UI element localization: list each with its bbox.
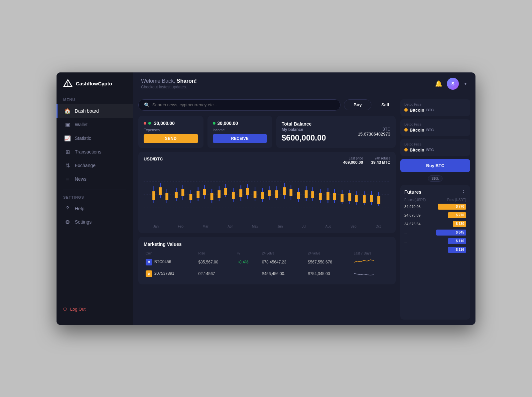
marketing-title: Marketing Values (144, 242, 390, 247)
sidebar-item-wallet[interactable]: ▣ Wallet (57, 118, 133, 132)
svg-rect-25 (246, 188, 249, 195)
svg-rect-69 (377, 196, 380, 204)
content-area: 🔍 Buy Sell 30,00 (133, 94, 475, 325)
logo-text: CashflowCypto (76, 81, 112, 86)
income-label: Income (213, 128, 267, 132)
detoc-value-2: Bitcoin BTC (404, 128, 466, 133)
futures-bar-wrap-5: $ 116 (436, 247, 466, 253)
sidebar-item-settings[interactable]: ⚙ Settings (57, 215, 133, 229)
svg-rect-29 (268, 190, 271, 196)
receive-button[interactable]: RECEIVE (213, 134, 267, 143)
svg-rect-61 (319, 193, 322, 200)
svg-point-2 (67, 85, 68, 86)
search-input[interactable] (152, 102, 335, 107)
sidebar-item-help-label: Help (75, 206, 84, 211)
chart-refuse: 24h refuse 39,43 BTC (371, 156, 390, 165)
send-button[interactable]: SEND (144, 134, 198, 143)
greeting-name: Sharon! (177, 78, 197, 84)
sparkline-cell-0 (352, 256, 390, 268)
income-indicator (213, 122, 215, 125)
pct-cell-0: +8.4% (235, 256, 260, 268)
futures-row: ... $ 116 (404, 238, 466, 244)
notification-icon[interactable]: 🔔 (435, 80, 442, 87)
sidebar-item-statistic[interactable]: 📈 Statistic (57, 132, 133, 145)
month-aug: Aug (326, 225, 332, 228)
topbar-left: Welome Back, Sharon! Checkout lastest up… (141, 78, 197, 89)
futures-row: ... $ 845 (404, 230, 466, 236)
sidebar-item-dashboard[interactable]: 🏠 Dash board (57, 104, 133, 118)
search-bar[interactable]: 🔍 (138, 99, 340, 111)
sidebar-item-dashboard-label: Dash board (75, 108, 99, 114)
statistic-icon: 📈 (64, 135, 71, 142)
svg-rect-11 (175, 192, 178, 198)
chevron-down-icon[interactable]: ▼ (464, 81, 467, 86)
table-row: BBTC0456 $35,567.00 +8.4% 078,45647.23 $… (144, 256, 390, 268)
sidebar: CashflowCypto Menu 🏠 Dash board ▣ Wallet… (57, 72, 133, 325)
sidebar-item-news-label: News (75, 176, 86, 182)
svg-rect-31 (283, 187, 286, 195)
sidebar-item-transactions[interactable]: ⊞ Transactions (57, 145, 133, 159)
income-dot (148, 122, 151, 125)
search-row: 🔍 Buy Sell (138, 99, 396, 112)
sidebar-item-exchange[interactable]: ⇅ Exchange (57, 159, 133, 172)
logo-icon (63, 79, 72, 88)
bitcoin-name-1: Bitcoin (410, 108, 424, 113)
futures-price-5: ... (404, 248, 407, 252)
sidebar-item-news[interactable]: ≡ News (57, 172, 133, 186)
bitcoin-ticker-3: BTC (426, 148, 434, 152)
balance-left: Total Balance My balance $600,000.00 (282, 121, 326, 143)
coin-cell-1: D207537891 (144, 268, 196, 280)
sidebar-logo: CashflowCypto (57, 79, 133, 96)
expenses-label: Expenses (144, 128, 198, 132)
futures-bar-0: $ 770 (438, 204, 466, 210)
detoc-card-1: Detoc Price Bitcoin BTC (400, 99, 470, 116)
settings-icon: ⚙ (64, 219, 71, 225)
detoc-label-3: Detoc Price (404, 143, 466, 146)
income-header: 30,000.00 (213, 121, 267, 126)
buy-btc-button[interactable]: Buy BTC (400, 159, 470, 172)
chart-last-price: Last price 469,000.00 (343, 156, 363, 165)
futures-menu-button[interactable]: ⋮ (461, 189, 466, 195)
sidebar-item-statistic-label: Statistic (75, 136, 91, 141)
topbar-right: 🔔 S ▼ (435, 78, 467, 90)
svg-rect-53 (232, 192, 235, 199)
sidebar-divider (63, 189, 126, 189)
bitcoin-ticker-2: BTC (426, 128, 434, 132)
futures-bar-4: $ 116 (448, 238, 466, 244)
user-avatar[interactable]: S (447, 78, 459, 90)
refuse-value: 39,43 BTC (371, 160, 390, 165)
svg-rect-43 (348, 193, 351, 201)
last-price-value: 469,000.00 (343, 160, 363, 165)
bitcoin-ticker-1: BTC (426, 108, 434, 112)
bitcoin-dot-1 (404, 108, 408, 112)
month-apr: Apr (227, 225, 233, 228)
month-jan: Jan (153, 225, 159, 228)
month-sep: Sep (350, 225, 356, 228)
svg-rect-57 (275, 190, 278, 198)
v1-cell-0: 078,45647.23 (260, 256, 306, 268)
detoc-label-1: Detoc Price (404, 103, 466, 106)
futures-header: Futures ⋮ (404, 189, 466, 195)
futures-row: 34,675.54 $ 130 (404, 221, 466, 227)
expenses-header: 30,000.00 (144, 121, 198, 126)
candlestick-chart (144, 168, 390, 221)
svg-rect-19 (218, 190, 221, 198)
topbar: Welome Back, Sharon! Checkout lastest up… (133, 72, 475, 94)
svg-rect-67 (370, 195, 373, 202)
month-mar: Mar (203, 225, 208, 228)
news-icon: ≡ (64, 176, 71, 182)
svg-rect-41 (333, 193, 336, 200)
balance-amount: $600,000.00 (282, 133, 326, 143)
logout-button[interactable]: ⬡ Log Out (63, 303, 126, 315)
app-window: CashflowCypto Menu 🏠 Dash board ▣ Wallet… (57, 72, 475, 325)
futures-price-0: 34,970.98 (404, 205, 421, 209)
svg-rect-13 (181, 189, 184, 196)
futures-price-2: 34,675.54 (404, 222, 421, 226)
buy-button[interactable]: Buy (344, 99, 371, 110)
v2-cell-0: $567,558.678 (306, 256, 352, 268)
sell-button[interactable]: Sell (375, 100, 396, 110)
table-header-row: Coin Rise % 24 velve 24 velve Last 7 Day… (144, 250, 390, 256)
sidebar-item-help[interactable]: ? Help (57, 202, 133, 215)
greeting-heading: Welome Back, Sharon! (141, 78, 197, 84)
svg-rect-47 (165, 193, 168, 200)
